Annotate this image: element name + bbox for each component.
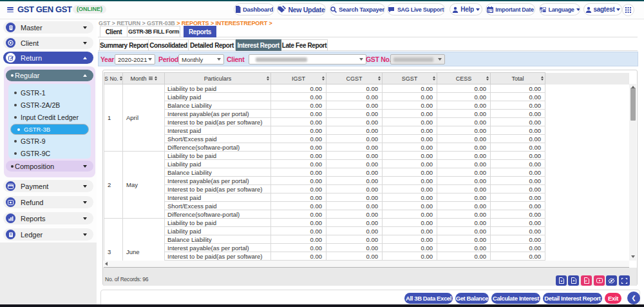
svg-text:P: P [585, 280, 587, 283]
